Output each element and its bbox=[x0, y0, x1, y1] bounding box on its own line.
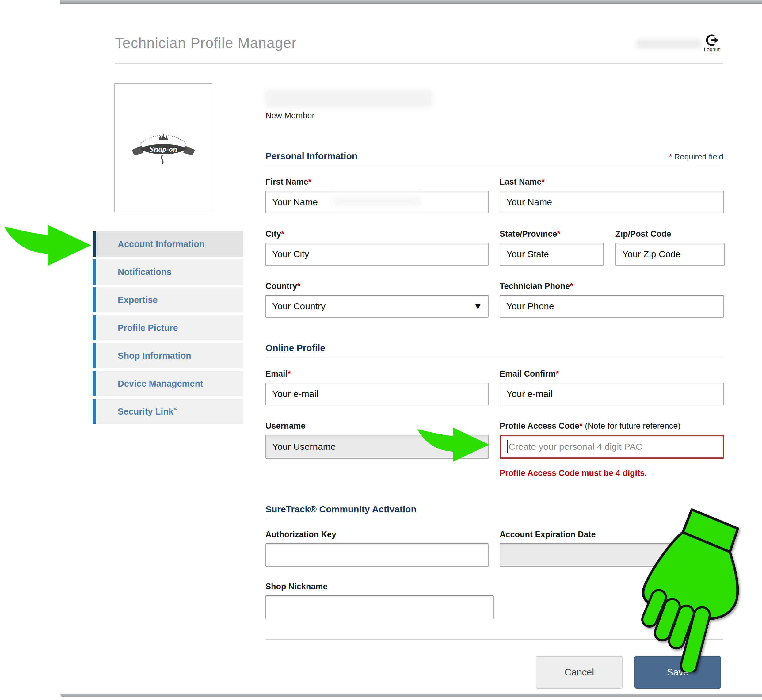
last-name-label: Last Name* bbox=[500, 177, 545, 187]
logout-button[interactable]: Logout bbox=[700, 33, 724, 53]
window-bottom-strip bbox=[60, 694, 762, 697]
section-title-suretrack: SureTrack® Community Activation bbox=[265, 504, 417, 514]
sidebar-item-label: Expertise bbox=[118, 295, 158, 305]
redacted-account-name bbox=[636, 39, 702, 48]
nav-bar bbox=[92, 259, 96, 284]
sidebar-item-device-management[interactable]: Device Management bbox=[92, 371, 244, 396]
profile-picture-box: Snap-on bbox=[114, 83, 212, 212]
required-field-note: * Required field bbox=[570, 152, 723, 162]
sidebar-item-profile-picture[interactable]: Profile Picture bbox=[92, 315, 244, 341]
country-selected-value: Your Country bbox=[272, 301, 326, 311]
shop-nickname-field[interactable] bbox=[265, 595, 494, 619]
country-label: Country* bbox=[265, 281, 300, 291]
svg-text:Snap-on: Snap-on bbox=[149, 145, 177, 154]
chevron-down-icon: ▼ bbox=[473, 301, 482, 311]
state-field[interactable] bbox=[500, 243, 604, 266]
nav-bar bbox=[92, 287, 96, 312]
sidebar-item-notifications[interactable]: Notifications bbox=[92, 259, 244, 284]
email-confirm-field[interactable] bbox=[500, 383, 724, 405]
sidebar-item-label: Security Link™ bbox=[118, 406, 178, 417]
text-cursor bbox=[507, 440, 508, 453]
section-divider bbox=[265, 519, 723, 519]
phone-field[interactable] bbox=[500, 295, 724, 318]
section-title-personal: Personal Information bbox=[265, 151, 358, 161]
save-button[interactable]: Save bbox=[634, 656, 721, 689]
pac-error-message: Profile Access Code must be 4 digits. bbox=[500, 469, 647, 478]
snapon-logo: Snap-on bbox=[128, 130, 198, 167]
section-divider bbox=[265, 358, 723, 358]
email-label: Email* bbox=[265, 369, 291, 379]
sidebar-item-label: Profile Picture bbox=[118, 323, 178, 333]
sidebar-item-label: Notifications bbox=[118, 267, 172, 277]
footer-divider bbox=[265, 639, 723, 640]
authorization-key-label: Authorization Key bbox=[265, 530, 336, 539]
window-top-strip bbox=[60, 0, 762, 4]
logout-label: Logout bbox=[700, 47, 724, 53]
authorization-key-field[interactable] bbox=[265, 543, 489, 567]
phone-label: Technician Phone* bbox=[500, 281, 573, 291]
save-label: Save bbox=[667, 667, 689, 678]
nav-active-bar bbox=[92, 231, 96, 257]
profile-access-code-field[interactable]: Create your personal 4 digit PAC bbox=[500, 435, 724, 459]
sidebar-item-security-link[interactable]: Security Link™ bbox=[92, 399, 244, 424]
state-label: State/Province* bbox=[500, 229, 560, 239]
email-confirm-label: Email Confirm* bbox=[500, 369, 559, 379]
pac-label: Profile Access Code* (Note for future re… bbox=[500, 421, 681, 431]
pac-placeholder: Create your personal 4 digit PAC bbox=[509, 442, 642, 452]
redacted-member-name bbox=[265, 89, 433, 108]
sidebar-item-label: Shop Information bbox=[118, 351, 191, 361]
logout-icon bbox=[705, 33, 719, 47]
username-label: Username bbox=[265, 421, 306, 431]
header-divider bbox=[115, 63, 723, 64]
email-field[interactable] bbox=[265, 383, 489, 405]
expiration-date-field bbox=[500, 543, 724, 567]
page-title: Technician Profile Manager bbox=[115, 34, 297, 51]
member-status: New Member bbox=[265, 111, 315, 120]
redacted-first-name bbox=[333, 195, 422, 207]
shop-nickname-label: Shop Nickname bbox=[265, 582, 328, 591]
zip-field[interactable] bbox=[615, 243, 725, 266]
sidebar-item-account-information[interactable]: Account Information bbox=[92, 231, 244, 257]
section-divider bbox=[265, 166, 723, 166]
first-name-label: First Name* bbox=[265, 177, 311, 187]
nav-bar bbox=[92, 371, 96, 396]
city-field[interactable] bbox=[265, 243, 489, 266]
zip-label: Zip/Post Code bbox=[615, 229, 671, 239]
last-name-field[interactable] bbox=[500, 191, 724, 213]
nav-bar bbox=[92, 315, 96, 341]
sidebar-item-label: Account Information bbox=[118, 239, 205, 249]
technician-profile-manager-screen: Technician Profile Manager Logout Snap-o… bbox=[0, 0, 762, 700]
city-label: City* bbox=[265, 229, 284, 239]
nav-bar bbox=[92, 343, 96, 368]
cancel-button[interactable]: Cancel bbox=[536, 656, 623, 689]
tm-superscript: ™ bbox=[173, 407, 178, 412]
section-title-online: Online Profile bbox=[265, 343, 325, 353]
country-select[interactable]: Your Country ▼ bbox=[265, 295, 489, 318]
username-field bbox=[265, 435, 489, 459]
sidebar-item-shop-information[interactable]: Shop Information bbox=[92, 343, 244, 368]
sidebar-item-expertise[interactable]: Expertise bbox=[92, 287, 244, 312]
sidebar-item-label: Device Management bbox=[118, 379, 203, 389]
expiration-date-label: Account Expiration Date bbox=[500, 530, 596, 539]
cancel-label: Cancel bbox=[565, 667, 594, 678]
nav-bar bbox=[92, 399, 96, 424]
